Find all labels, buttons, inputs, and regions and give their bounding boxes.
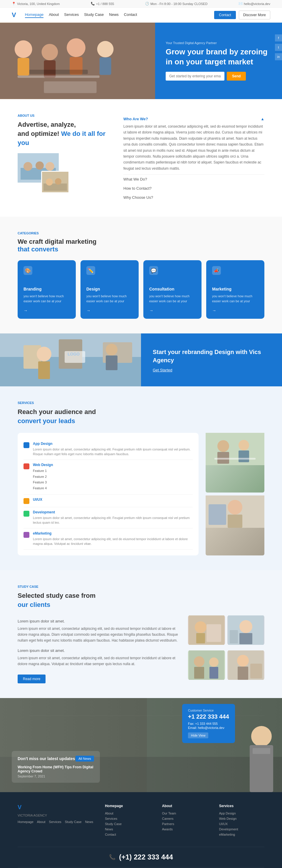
services-tabs: App Design Lorem ipsum dolor sit amet, c… — [17, 433, 199, 555]
svg-rect-49 — [230, 630, 238, 643]
footer-link-app-design[interactable]: App Design — [219, 811, 265, 815]
footer-nav-homepage[interactable]: Homepage — [17, 820, 34, 824]
web-design-icon — [24, 463, 29, 469]
uiux-icon — [24, 498, 29, 504]
nav-item-news[interactable]: News — [109, 12, 119, 18]
footer-link-awards[interactable]: Awards — [162, 828, 207, 831]
category-card-design[interactable]: ✏️ Design you won't believe how much eas… — [80, 260, 139, 319]
services-photos — [206, 433, 265, 555]
development-icon — [24, 511, 29, 517]
location-icon: 📍 — [12, 2, 16, 6]
footer-link-services[interactable]: Services — [105, 817, 150, 820]
all-news-button[interactable]: All News — [75, 756, 94, 762]
svg-point-1 — [15, 40, 32, 58]
accordion-what-we-do[interactable]: What We Do? — [124, 175, 265, 184]
topbar-email: ✉️ hello@victoria.dev — [239, 2, 270, 6]
twitter-icon[interactable]: t — [275, 44, 282, 51]
fax-info: Fax: +1 333 444 555 — [188, 722, 229, 725]
customer-service-card: Customer Service +1 222 333 444 Fax: +1 … — [182, 704, 235, 743]
nav-item-about[interactable]: About — [49, 12, 59, 18]
footer-link-partners[interactable]: Partners — [162, 822, 207, 826]
footer-col-3-title: Services — [219, 804, 265, 808]
category-card-branding[interactable]: 🎨 Branding you won't believe how much ea… — [17, 260, 76, 319]
footer-nav-about[interactable]: About — [37, 820, 45, 824]
study-photo-3 — [188, 650, 225, 680]
consultation-icon: 💬 — [149, 266, 158, 275]
nav-item-homepage[interactable]: Homepage — [25, 12, 44, 18]
contact-button[interactable]: Contact — [214, 11, 236, 19]
nav-item-services[interactable]: Services — [64, 12, 79, 18]
study-para-1: Lorem ipsum error sit amet, consectetur … — [17, 626, 179, 644]
study-photo-1 — [188, 615, 225, 645]
service-tab-development[interactable]: Development Lorem ipsum dolor sit amet, … — [24, 507, 193, 528]
footer-col-1-title: Homepage — [105, 804, 150, 808]
service-tab-emarketing[interactable]: eMarketing Lorem ipsum dolor sit amet, c… — [24, 528, 193, 550]
footer-brand: V VICTORIA AGENCY Homepage About Service… — [17, 804, 93, 838]
linkedin-icon[interactable]: in — [275, 53, 282, 60]
footer-nav-services[interactable]: Services — [49, 820, 61, 824]
hero-email-input[interactable] — [166, 72, 224, 81]
study-label: Study Case — [17, 585, 265, 588]
footer-top: V VICTORIA AGENCY Homepage About Service… — [17, 804, 265, 838]
navbar: V Homepage About Services Study Case New… — [0, 8, 282, 23]
footer-link-contact[interactable]: Contact — [105, 833, 150, 836]
svg-rect-4 — [44, 60, 56, 78]
service-tab-web-content: Web Design Feature 1Feature 2Feature 3Fe… — [33, 463, 53, 491]
svg-rect-11 — [44, 82, 96, 93]
footer-link-development[interactable]: Development — [219, 828, 265, 831]
footer-link-team[interactable]: Our Team — [162, 811, 207, 815]
footer-link-about[interactable]: About — [105, 811, 150, 815]
footer-link-emarketing[interactable]: eMarketing — [219, 833, 265, 836]
footer-link-uiux[interactable]: UI/UX — [219, 822, 265, 826]
consultation-desc: you won't believe how much easier work c… — [149, 294, 196, 304]
service-tab-uiux[interactable]: UI/UX — [24, 495, 193, 507]
footer-link-web-design[interactable]: Web Design — [219, 817, 265, 820]
svg-rect-58 — [250, 664, 262, 678]
footer-col-2-title: About — [162, 804, 207, 808]
nav-item-study-case[interactable]: Study Case — [84, 12, 104, 18]
service-tab-app-content: App Design Lorem ipsum dolor sit amet, c… — [33, 442, 193, 457]
facebook-icon[interactable]: f — [275, 34, 282, 41]
customer-service-label: Customer Service — [188, 709, 229, 712]
svg-rect-54 — [209, 667, 218, 679]
svg-rect-10 — [17, 75, 100, 78]
footer-link-study[interactable]: Study Case — [105, 822, 150, 826]
consultation-arrow: → — [149, 308, 196, 313]
category-card-consultation[interactable]: 💬 Consultation you won't believe how muc… — [143, 260, 202, 319]
branding-arrow: → — [24, 308, 70, 313]
services-label: Services — [17, 401, 265, 405]
service-tab-web-design[interactable]: Web Design Feature 1Feature 2Feature 3Fe… — [24, 460, 193, 495]
emarketing-icon — [24, 532, 29, 538]
footer-nav-news[interactable]: News — [85, 820, 94, 824]
footer-link-careers[interactable]: Careers — [162, 817, 207, 820]
about-secondary-photo — [41, 171, 68, 191]
svg-point-47 — [239, 620, 252, 633]
service-tab-emarketing-content: eMarketing Lorem ipsum dolor sit amet, c… — [33, 531, 193, 546]
consultation-title: Consultation — [149, 287, 196, 291]
readmore-button[interactable]: Read more — [17, 675, 45, 683]
rebrand-banner: LOGO Start your rebranding Design with V… — [0, 334, 282, 386]
footer-link-news[interactable]: News — [105, 828, 150, 831]
footer-nav-study[interactable]: Study Case — [65, 820, 82, 824]
study-photo-4 — [227, 650, 265, 680]
hero-send-button[interactable]: Send — [227, 72, 246, 81]
service-tab-app-design[interactable]: App Design Lorem ipsum dolor sit amet, c… — [24, 439, 193, 460]
accordion-how-to-contact[interactable]: How to Contact? — [124, 184, 265, 193]
marketing-arrow: → — [212, 308, 258, 313]
rebrand-get-started-link[interactable]: Get Started — [153, 368, 270, 372]
category-cards: 🎨 Branding you won't believe how much ea… — [17, 260, 265, 319]
discover-button[interactable]: Discover More — [239, 10, 270, 20]
hide-view-button[interactable]: Hide View — [188, 733, 208, 738]
accordion-body: Lorem ipsum dolor sit amet, consectetur … — [124, 124, 265, 172]
accordion-why-choose[interactable]: Why Choose Us? — [124, 193, 265, 202]
services-section: Services Reach your audience and convert… — [0, 386, 282, 570]
svg-point-19 — [46, 179, 53, 186]
nav-item-contact[interactable]: Contact — [124, 12, 137, 18]
svg-point-33 — [217, 440, 229, 452]
service-tab-dev-content: Development Lorem ipsum dolor sit amet, … — [33, 510, 193, 525]
design-desc: you won't believe how much easier work c… — [86, 294, 133, 304]
svg-point-16 — [45, 162, 54, 171]
svg-point-3 — [41, 44, 58, 60]
accordion-who-are-we[interactable]: Who Are We? ▲ Lorem ipsum dolor sit amet… — [124, 114, 265, 175]
category-card-marketing[interactable]: 📣 Marketing you won't believe how much e… — [206, 260, 265, 319]
